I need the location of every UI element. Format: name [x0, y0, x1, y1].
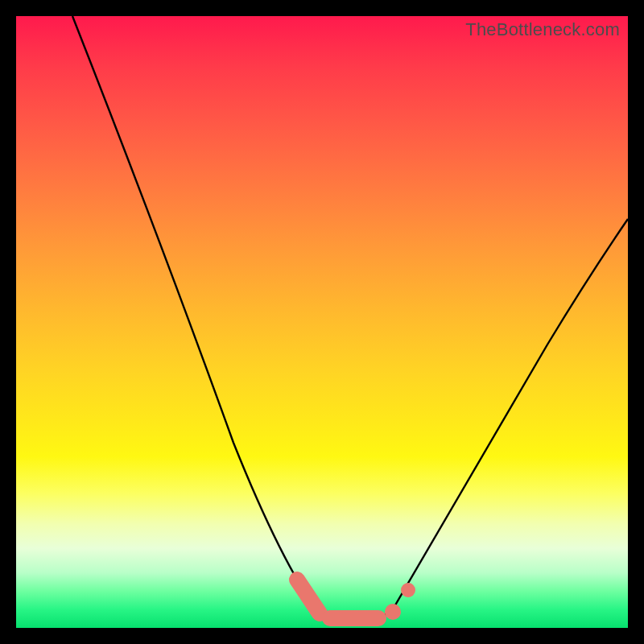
marker-right-2 [401, 583, 415, 597]
curve-right-branch [390, 219, 628, 613]
marker-left-entry [297, 580, 320, 613]
chart-frame: TheBottleneck.com [0, 0, 644, 644]
curve-left-branch [72, 16, 320, 616]
curve-svg [16, 16, 628, 628]
marker-right-1 [385, 604, 401, 620]
plot-area: TheBottleneck.com [16, 16, 628, 628]
